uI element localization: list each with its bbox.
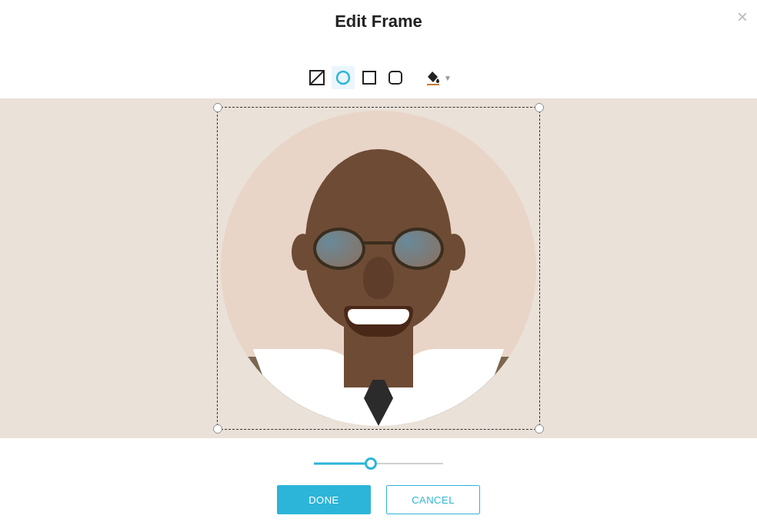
svg-rect-3	[363, 71, 375, 84]
slider-fill	[314, 463, 371, 465]
svg-rect-4	[389, 71, 402, 84]
svg-line-1	[311, 71, 323, 84]
done-button[interactable]: DONE	[277, 485, 371, 514]
crop-handle-top-left[interactable]	[213, 103, 222, 112]
crop-handle-top-right[interactable]	[535, 103, 544, 112]
zoom-slider[interactable]	[314, 457, 443, 470]
close-button[interactable]: ×	[737, 8, 748, 26]
dialog-header: Edit Frame ×	[0, 0, 757, 43]
circle-icon	[335, 70, 351, 85]
paint-bucket-icon	[425, 70, 441, 85]
dialog-actions: DONE CANCEL	[0, 485, 757, 514]
no-frame-icon	[309, 70, 325, 85]
cancel-button[interactable]: CANCEL	[386, 485, 480, 514]
shape-rounded-button[interactable]	[384, 66, 407, 89]
shape-toolbar: ▼	[0, 43, 757, 98]
crop-handle-bottom-left[interactable]	[213, 424, 222, 434]
zoom-slider-container	[0, 438, 757, 485]
shape-square-button[interactable]	[358, 66, 381, 89]
svg-rect-5	[427, 84, 439, 85]
image-canvas[interactable]	[0, 98, 757, 438]
dialog-title: Edit Frame	[0, 12, 757, 32]
crop-handle-bottom-right[interactable]	[535, 424, 544, 434]
svg-point-2	[337, 71, 349, 84]
slider-thumb[interactable]	[365, 457, 377, 470]
crop-bounding-box[interactable]	[217, 107, 540, 430]
fill-color-button[interactable]: ▼	[425, 70, 452, 85]
rounded-square-icon	[388, 70, 403, 85]
square-icon	[362, 70, 377, 85]
shape-circle-button[interactable]	[332, 66, 355, 89]
chevron-down-icon: ▼	[444, 74, 452, 82]
shape-none-button[interactable]	[305, 66, 328, 89]
